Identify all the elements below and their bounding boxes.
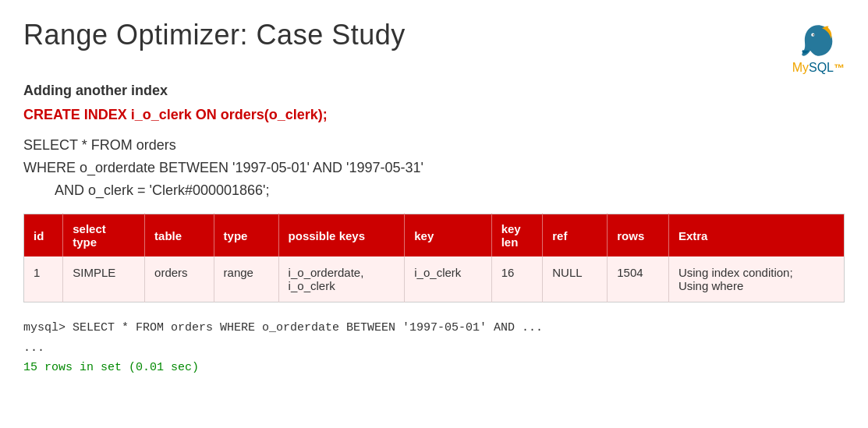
col-key-len: keylen (491, 214, 543, 257)
col-table: table (145, 214, 214, 257)
table-header: id selecttype table type possible keys k… (24, 214, 845, 257)
create-index-statement: CREATE INDEX i_o_clerk ON orders(o_clerk… (23, 107, 845, 123)
cell-possible-keys: i_o_orderdate,i_o_clerk (278, 256, 405, 302)
mysql-tm: ™ (834, 62, 845, 74)
cell-key: i_o_clerk (405, 256, 491, 302)
subtitle: Adding another index (23, 83, 845, 99)
terminal-line3: 15 rows in set (0.01 sec) (23, 358, 845, 378)
svg-point-1 (813, 34, 815, 36)
mysql-my-text: My (792, 61, 809, 74)
mysql-dolphin-icon (799, 22, 838, 61)
col-type: type (214, 214, 278, 257)
cell-table: orders (145, 256, 214, 302)
cell-type: range (214, 256, 278, 302)
col-select-type: selecttype (63, 214, 145, 257)
col-rows: rows (608, 214, 669, 257)
cell-id: 1 (24, 256, 63, 302)
cell-rows: 1504 (608, 256, 669, 302)
sql-query-block: SELECT * FROM orders WHERE o_orderdate B… (23, 134, 845, 201)
mysql-logo: MySQL™ (792, 22, 845, 75)
sql-line1: SELECT * FROM orders (23, 134, 845, 157)
cell-select-type: SIMPLE (63, 256, 145, 302)
sql-line3: AND o_clerk = 'Clerk#000001866'; (55, 179, 845, 202)
page-title: Range Optimizer: Case Study (23, 19, 406, 51)
col-extra: Extra (668, 214, 844, 257)
explain-table: id selecttype table type possible keys k… (23, 214, 845, 302)
sql-line2: WHERE o_orderdate BETWEEN '1997-05-01' A… (23, 157, 845, 179)
mysql-sql-text: SQL (809, 61, 834, 74)
table-row: 1 SIMPLE orders range i_o_orderdate,i_o_… (24, 256, 845, 302)
col-id: id (24, 214, 63, 257)
header-row: id selecttype table type possible keys k… (24, 214, 845, 257)
cell-key-len: 16 (491, 256, 543, 302)
header-area: Range Optimizer: Case Study MySQL™ (23, 19, 845, 75)
col-key: key (405, 214, 491, 257)
cell-ref: NULL (543, 256, 608, 302)
col-ref: ref (543, 214, 608, 257)
mysql-text: MySQL™ (792, 61, 845, 75)
terminal-line2: ... (23, 338, 845, 359)
terminal-line1: mysql> SELECT * FROM orders WHERE o_orde… (23, 318, 845, 338)
terminal-output: mysql> SELECT * FROM orders WHERE o_orde… (23, 318, 845, 378)
cell-extra: Using index condition;Using where (668, 256, 844, 302)
table-body: 1 SIMPLE orders range i_o_orderdate,i_o_… (24, 256, 845, 302)
col-possible-keys: possible keys (278, 214, 405, 257)
